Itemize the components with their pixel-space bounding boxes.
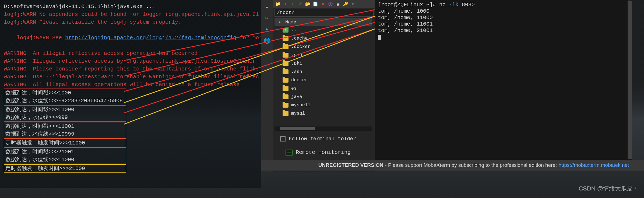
folder-icon: [283, 44, 288, 49]
terminal-icon[interactable]: ▣: [334, 1, 342, 7]
output-box: 定时器触发，触发时间>>>21000: [4, 164, 126, 173]
output-line: 定时器触发，触发时间>>>21000: [5, 165, 125, 172]
file-name: .pki: [291, 61, 302, 66]
folder-row[interactable]: .cache: [275, 34, 372, 43]
folder-row[interactable]: .ssh: [275, 68, 372, 76]
checkbox-icon[interactable]: [280, 136, 286, 142]
unreg-text: - Please support MobaXterm by subscribin…: [385, 162, 557, 168]
send-icon[interactable]: ➤: [263, 25, 271, 33]
output-box: 数据到达，时间戳>>>1000数据到达，水位线>>>-9223372036854…: [4, 89, 126, 105]
follow-label: Follow terminal folder: [289, 136, 356, 142]
folder-icon: [283, 69, 288, 74]
terminal-line: tom, /home, 11000: [378, 15, 629, 21]
key-icon[interactable]: 🔑: [342, 1, 349, 7]
vscroll-thumb[interactable]: [628, 1, 632, 159]
download-icon[interactable]: ⬇: [281, 1, 289, 7]
folder-icon: [283, 78, 288, 83]
panel-toolbar: 📁⬇⬆⟳📂📄✖ⓘ▣🔑⚙: [273, 0, 375, 8]
folder-row[interactable]: .pki: [275, 59, 372, 68]
output-box: 数据到达，时间戳>>>11001数据到达，水位线>>>10999: [4, 122, 126, 139]
upload-icon[interactable]: ⬆: [289, 1, 297, 7]
terminal-line: tom, /home, 1000: [378, 8, 629, 15]
folder-row[interactable]: myshell: [275, 101, 372, 109]
file-name: java: [291, 94, 302, 99]
file-name: .docker: [291, 44, 310, 49]
newfolder-icon[interactable]: 📂: [304, 1, 312, 7]
folder-row[interactable]: mysql: [275, 109, 372, 118]
jvm-warn: WARNING: All illegal access operations w…: [4, 81, 257, 89]
refresh-icon[interactable]: ⟳: [297, 1, 304, 7]
folder-icon: [283, 53, 288, 58]
watermark: CSDN @情绪大瓜皮丶: [579, 185, 639, 193]
prompt: [root@ZQFLinux ~]#: [378, 2, 439, 8]
props-icon[interactable]: ⓘ: [327, 1, 334, 7]
cursor-line: [378, 34, 629, 40]
output-line: 数据到达，水位线>>>10999: [5, 130, 125, 138]
path-input[interactable]: [275, 9, 374, 17]
output-line: 数据到达，时间戳>>>1000: [5, 89, 125, 97]
output-line: 数据到达，水位线>>>999: [5, 114, 125, 121]
unregistered-banner: UNREGISTERED VERSION - Please support Mo…: [261, 160, 644, 171]
vscroll[interactable]: [627, 0, 632, 160]
left-terminal[interactable]: D:\software\Java\jdk-11.0.15.1\bin\java.…: [0, 0, 261, 188]
monitor-icon: [286, 150, 293, 155]
file-name: mysql: [291, 111, 305, 116]
jvm-warn: WARNING: Please consider reporting this …: [4, 65, 257, 73]
output-box: 数据到达，时间戳>>>11000数据到达，水位线>>>999: [4, 105, 126, 122]
star-icon[interactable]: ★: [263, 3, 271, 11]
remote-monitoring[interactable]: Remote monitoring: [261, 149, 375, 155]
output-line: 数据到达，时间戳>>>11000: [5, 106, 125, 114]
java-cmd: D:\software\Java\jdk-11.0.15.1\bin\java.…: [4, 3, 257, 10]
output-box: 数据到达，时间戳>>>21001数据到达，水位线>>>11000: [4, 147, 126, 164]
follow-terminal[interactable]: Follow terminal folder: [261, 136, 375, 142]
terminal-line: tom, /home, 11001: [378, 21, 629, 27]
cmd: nc: [439, 2, 449, 8]
log4j-warn: log4j:WARN See http://logging.apache.org…: [4, 26, 257, 49]
cursor-icon: [378, 35, 381, 40]
globe-icon[interactable]: 🌐: [263, 37, 271, 45]
up-icon: ↶: [283, 28, 288, 33]
folder-row[interactable]: docker: [275, 76, 372, 84]
jvm-warn: WARNING: Use --illegal-access=warn to en…: [4, 73, 257, 81]
column-header-name[interactable]: Name: [275, 18, 372, 26]
hscroll-thumb[interactable]: [280, 127, 315, 130]
folder-row[interactable]: es: [275, 84, 372, 93]
folder-row[interactable]: .pip: [275, 51, 372, 59]
file-icon[interactable]: 📄: [312, 1, 319, 7]
hscroll[interactable]: [275, 126, 372, 131]
prompt-line: [root@ZQFLinux ~]# nc -lk 8080: [378, 2, 629, 8]
folder-icon: [283, 86, 288, 91]
jvm-warn: WARNING: Illegal reflective access by or…: [4, 57, 257, 65]
folder-icon: [283, 111, 288, 116]
file-name: .pip: [291, 52, 302, 58]
output-line: 数据到达，时间戳>>>11001: [5, 122, 125, 130]
file-name: .ssh: [291, 69, 302, 74]
folder-icon: [283, 94, 288, 99]
terminal-line: tom, /home, 21001: [378, 27, 629, 34]
folder-row[interactable]: java: [275, 93, 372, 101]
delete-icon[interactable]: ✖: [319, 1, 327, 7]
log4j-warn: log4j:WARN No appenders could be found f…: [4, 10, 257, 18]
folder-row[interactable]: .docker: [275, 43, 372, 51]
right-terminal[interactable]: [root@ZQFLinux ~]# nc -lk 8080 tom, /hom…: [375, 0, 632, 160]
settings-icon[interactable]: ⚙: [349, 1, 357, 7]
log4j-warn: log4j:WARN Please initialize the log4j s…: [4, 18, 257, 26]
folder-icon: [283, 61, 288, 66]
moba-file-panel: ★✂➤🌐 📁⬇⬆⟳📂📄✖ⓘ▣🔑⚙ Name ↶ .. .cache.docker…: [261, 0, 375, 172]
file-list[interactable]: ↶ .. .cache.docker.pip.pki.sshdockeresja…: [275, 26, 372, 125]
flag: -lk: [449, 2, 459, 8]
text: log4j:WARN See: [17, 35, 65, 41]
output-line: 定时器触发，触发时间>>>11000: [5, 139, 125, 147]
file-name: es: [291, 86, 297, 91]
folder-icon: [283, 103, 288, 108]
file-name: .cache: [291, 36, 308, 41]
faq-link[interactable]: http://logging.apache.org/log4j/1.2/faq.…: [65, 35, 236, 41]
moba-link[interactable]: https://mobaxterm.mobatek.net: [558, 162, 629, 168]
folder-icon[interactable]: 📁: [274, 1, 281, 7]
file-name: ..: [291, 27, 297, 33]
panel-sidebar: ★✂➤🌐: [261, 0, 273, 172]
folder-icon: [283, 36, 288, 41]
up-row[interactable]: ↶ ..: [275, 26, 372, 34]
scissors-icon[interactable]: ✂: [263, 14, 271, 22]
file-name: docker: [291, 77, 308, 83]
